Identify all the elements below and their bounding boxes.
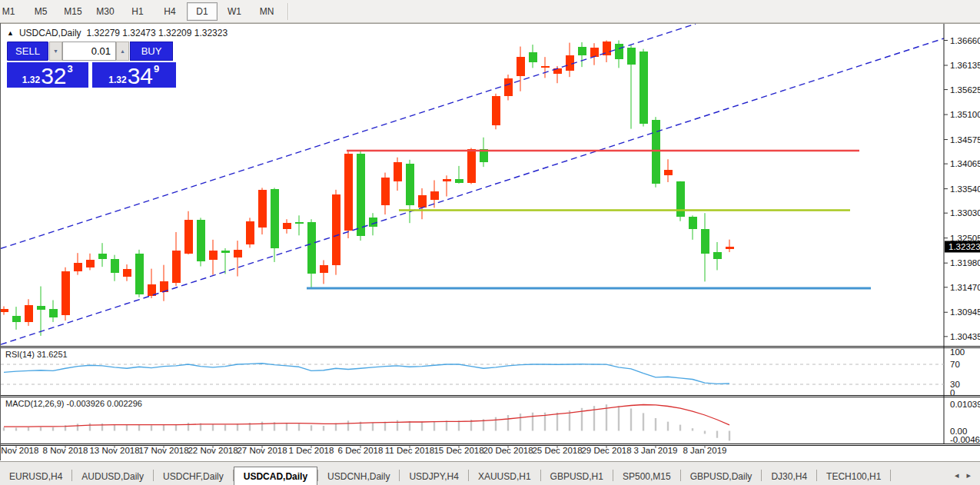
timeframe-button-h1[interactable]: H1 <box>122 2 153 21</box>
candle-body <box>455 179 463 183</box>
tabs-scroll-left-icon[interactable]: ◂ <box>955 470 959 480</box>
candle-body <box>689 217 697 229</box>
chart-canvas[interactable]: 1.366601.361351.356251.351001.345751.340… <box>1 23 980 460</box>
chart-tab-gbpusd-daily[interactable]: GBPUSD,Daily <box>681 468 762 484</box>
candle-body <box>406 164 414 205</box>
timeframe-button-m1[interactable]: M1 <box>0 2 24 21</box>
date-tick-label: 8 Jan 2019 <box>683 446 727 455</box>
chart-tab-usdcad-daily[interactable]: USDCAD,Daily <box>234 467 317 485</box>
candle-body <box>467 149 476 182</box>
price-tick-label: 1.35625 <box>950 85 980 95</box>
chart-tab-usdchf-daily[interactable]: USDCHF,Daily <box>154 468 233 484</box>
sell-button[interactable]: SELL <box>7 42 48 61</box>
date-tick-label: 3 Nov 2018 <box>1 446 38 455</box>
sell-price-sup: 3 <box>68 63 73 75</box>
candle-body <box>271 189 279 248</box>
macd-label: MACD(12,26,9) -0.003926 0.002296 <box>5 399 142 408</box>
price-tick-label: 1.36135 <box>950 61 980 70</box>
date-tick-label: 25 Dec 2018 <box>532 446 582 455</box>
trade-widget: SELL ▼ 0.01 ▲ BUY 1.32 32 3 1.32 34 9 <box>7 42 176 88</box>
chart-tab-audusd-daily[interactable]: AUDUSD,Daily <box>72 468 153 484</box>
chart-tab-eurusd-h4[interactable]: EURUSD,H4 <box>0 468 71 484</box>
candle-body <box>627 48 636 65</box>
buy-button[interactable]: BUY <box>130 42 173 61</box>
candle-body <box>332 194 341 265</box>
buy-price-panel[interactable]: 1.32 34 9 <box>92 62 176 88</box>
candle-body <box>344 154 353 231</box>
buy-price-sup: 9 <box>154 63 159 75</box>
candle-body <box>86 260 95 267</box>
candle-body <box>98 254 107 259</box>
lot-increase-button[interactable]: ▲ <box>116 42 129 61</box>
rsi-axis-label: 100 <box>950 347 965 357</box>
candle-body <box>12 316 21 322</box>
chart-tab-dj30-h4[interactable]: DJ30,H4 <box>762 468 816 484</box>
candle-body <box>234 250 242 257</box>
timeframe-button-m30[interactable]: M30 <box>90 2 121 21</box>
buy-price-prefix: 1.32 <box>108 75 126 85</box>
candle-body <box>135 254 144 294</box>
candle-body <box>221 251 230 252</box>
timeframe-button-m5[interactable]: M5 <box>25 2 56 21</box>
chart-window: 1.366601.361351.356251.351001.345751.340… <box>0 23 980 460</box>
candle-body <box>529 52 537 62</box>
tabs-scroll-right-icon[interactable]: ▸ <box>966 470 971 480</box>
candle-body <box>197 220 205 261</box>
timeframe-button-d1[interactable]: D1 <box>187 2 218 21</box>
date-tick-label: 22 Nov 2018 <box>188 446 238 455</box>
lot-decrease-button[interactable]: ▼ <box>49 42 62 61</box>
price-tick-label: 1.33030 <box>950 208 980 218</box>
candle-body <box>701 229 709 254</box>
sell-price-panel[interactable]: 1.32 32 3 <box>7 62 88 88</box>
candle-body <box>246 221 254 244</box>
rsi-axis-label: 0 <box>950 388 955 397</box>
date-tick-label: 1 Dec 2018 <box>289 446 334 455</box>
candle-body <box>172 251 181 283</box>
chart-tab-usdcnh-daily[interactable]: USDCNH,Daily <box>318 468 399 484</box>
candle-body <box>664 170 673 175</box>
price-tick-label: 1.35100 <box>950 110 980 119</box>
candle-body <box>615 44 623 59</box>
chart-tab-sp500-m15[interactable]: SP500,M15 <box>613 468 680 484</box>
date-tick-label: 3 Jan 2019 <box>634 446 678 455</box>
timeframe-button-w1[interactable]: W1 <box>219 2 250 21</box>
lot-size-input[interactable]: 0.01 <box>62 42 116 61</box>
date-tick-label: 13 Nov 2018 <box>89 446 139 455</box>
candle-body <box>320 265 328 273</box>
candle-body <box>418 195 427 208</box>
date-tick-label: 11 Dec 2018 <box>385 446 434 455</box>
price-tick-label: 1.33540 <box>950 184 980 194</box>
timeframe-button-h4[interactable]: H4 <box>154 2 185 21</box>
candle-body <box>578 47 586 56</box>
candle-body <box>381 178 390 206</box>
timeframe-button-m15[interactable]: M15 <box>58 2 88 21</box>
candle-body <box>184 220 193 253</box>
sell-price-prefix: 1.32 <box>22 75 40 85</box>
price-tick-label: 1.30435 <box>950 332 980 341</box>
candle-body <box>713 252 722 259</box>
macd-axis-label: 0.00 <box>950 427 967 436</box>
candle-body <box>726 247 734 249</box>
timeframe-button-mn[interactable]: MN <box>251 2 282 21</box>
date-tick-label: 8 Nov 2018 <box>43 446 88 455</box>
collapse-icon[interactable]: ▲ <box>7 29 14 37</box>
rsi-line <box>4 364 729 384</box>
date-tick-label: 15 Dec 2018 <box>434 446 483 455</box>
candle-body <box>74 263 82 271</box>
chart-symbol-label: USDCAD,Daily <box>19 28 81 38</box>
trading-terminal: M1M5M15M30H1H4D1W1MN 1.366601.361351.356… <box>0 0 980 485</box>
price-tick-label: 1.34065 <box>950 159 980 168</box>
candle-body <box>295 222 304 224</box>
candle-body <box>25 305 33 322</box>
candle-body <box>357 154 365 236</box>
candle-body <box>49 309 58 317</box>
candle-body <box>209 251 218 260</box>
chart-tab-xauusd-h1[interactable]: XAUUSD,H1 <box>469 468 540 484</box>
chart-tab-usdjpy-h4[interactable]: USDJPY,H4 <box>400 468 467 484</box>
price-tick-label: 1.34575 <box>950 135 980 145</box>
candle-body <box>590 48 599 57</box>
chart-tab-tech100-h1[interactable]: TECH100,H1 <box>817 468 890 484</box>
chart-tab-gbpusd-h1[interactable]: GBPUSD,H1 <box>541 468 613 484</box>
chart-header: ▲ USDCAD,Daily 1.32279 1.32473 1.32209 1… <box>7 28 228 38</box>
buy-price-big: 34 <box>128 66 153 86</box>
